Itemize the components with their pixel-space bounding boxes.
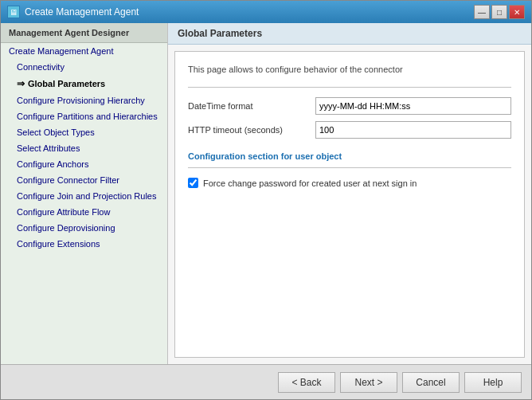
title-bar: 🖥 Create Management Agent — □ ✕	[1, 1, 531, 23]
datetime-format-input[interactable]	[315, 97, 511, 115]
window-title: Create Management Agent	[25, 6, 139, 18]
sidebar-item-configure-partitions-and-hierarchies[interactable]: Configure Partitions and Hierarchies	[1, 108, 167, 124]
sidebar-item-configure-deprovisioning[interactable]: Configure Deprovisioning	[1, 220, 167, 236]
sidebar-item-configure-attribute-flow[interactable]: Configure Attribute Flow	[1, 204, 167, 220]
minimize-button[interactable]: —	[474, 5, 490, 19]
sidebar-item-configure-extensions[interactable]: Configure Extensions	[1, 236, 167, 252]
content-area: Management Agent Designer Create Managem…	[1, 23, 531, 364]
config-section-heading: Configuration section for user object	[188, 151, 511, 161]
http-timeout-row: HTTP timeout (seconds)	[188, 121, 511, 139]
separator2	[188, 167, 511, 168]
datetime-format-row: DateTime format	[188, 97, 511, 115]
sidebar-item-configure-anchors[interactable]: Configure Anchors	[1, 156, 167, 172]
sidebar-item-select-attributes[interactable]: Select Attributes	[1, 140, 167, 156]
sidebar-item-create-management-agent[interactable]: Create Management Agent	[1, 43, 167, 59]
sidebar-item-global-parameters[interactable]: ⇒ Global Parameters	[1, 75, 167, 92]
sidebar-item-configure-join-and-projection-rules[interactable]: Configure Join and Projection Rules	[1, 188, 167, 204]
footer: < Back Next > Cancel Help	[1, 364, 531, 399]
app-icon: 🖥	[7, 6, 20, 18]
separator	[188, 87, 511, 88]
datetime-format-label: DateTime format	[188, 101, 315, 111]
next-button[interactable]: Next >	[340, 372, 397, 393]
main-window: 🖥 Create Management Agent — □ ✕ Manageme…	[0, 0, 532, 400]
sidebar-item-configure-provisioning-hierarchy[interactable]: Configure Provisioning Hierarchy	[1, 92, 167, 108]
sidebar: Management Agent Designer Create Managem…	[1, 23, 168, 364]
main-body: This page allows to configure behavior o…	[174, 51, 525, 358]
sidebar-item-connectivity[interactable]: Connectivity	[1, 59, 167, 75]
force-change-password-label: Force change password for created user a…	[203, 178, 417, 188]
maximize-button[interactable]: □	[491, 5, 507, 19]
sidebar-item-configure-connector-filter[interactable]: Configure Connector Filter	[1, 172, 167, 188]
title-bar-left: 🖥 Create Management Agent	[7, 6, 139, 18]
help-button[interactable]: Help	[464, 372, 522, 393]
sidebar-item-select-object-types[interactable]: Select Object Types	[1, 124, 167, 140]
main-content: Global Parameters This page allows to co…	[168, 23, 531, 364]
section-header: Global Parameters	[168, 23, 531, 45]
force-change-password-row: Force change password for created user a…	[188, 178, 511, 188]
http-timeout-input[interactable]	[315, 121, 511, 139]
close-button[interactable]: ✕	[509, 5, 525, 19]
http-timeout-label: HTTP timeout (seconds)	[188, 125, 315, 135]
description-text: This page allows to configure behavior o…	[188, 65, 511, 74]
cancel-button[interactable]: Cancel	[402, 372, 460, 393]
current-arrow-icon: ⇒	[17, 78, 25, 89]
back-button[interactable]: < Back	[278, 372, 335, 393]
sidebar-header: Management Agent Designer	[1, 23, 167, 43]
force-change-password-checkbox[interactable]	[188, 178, 198, 188]
title-bar-controls: — □ ✕	[474, 5, 525, 19]
